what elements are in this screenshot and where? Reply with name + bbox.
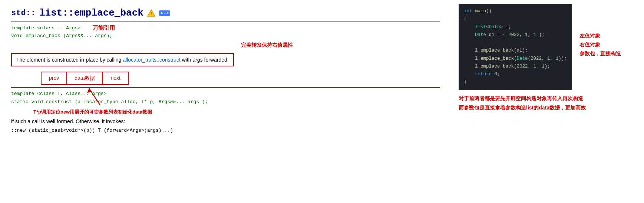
desc-text-after: with [181,57,193,63]
template1-code: template <class... Args> void emplace_ba… [11,24,440,40]
arrow-indicator [85,86,115,108]
title-separator [11,22,440,22]
title-main: list::emplace_back [39,7,143,19]
tp-highlight-label: T*p调用定位new用展开的可变参数列表初始化data数据 [33,108,440,115]
svg-marker-3 [87,88,92,93]
ce-line-3: list<Date> l; [464,23,567,31]
right-top: int main() { list<Date> l; Date d1 = { 2… [459,4,637,90]
svg-text:!: ! [151,11,152,16]
label-rvalue: 右值对象 [579,42,621,48]
desc-link[interactable]: allocator_traits::construct [123,57,181,63]
warning-icon: ! [147,9,155,17]
desc-italic: args [192,57,202,63]
ce-line-5: l.emplace_back(d1); [464,47,567,55]
invokes-line2: ::new (static_cast<void*>(p)) T (forward… [11,126,440,135]
ce-line-7: l.emplace_back(2022, 1, 1); [464,63,567,71]
wannengyinyong-label: 万能引用 [93,24,115,32]
desc-text-before: The element is constructed in-place by c… [16,57,123,63]
description-box: The element is constructed in-place by c… [11,53,234,66]
label-param-pack: 参数包，直接构造 [579,50,621,57]
left-panel: std:: list::emplace_back ! C++ template … [0,0,451,203]
right-desc-line2: 而参数包是直接拿着参数构造list的data数据，更加高效 [459,103,637,112]
title-std: std:: [11,9,36,18]
second-separator [11,87,440,88]
nav-data[interactable]: data数据 [67,72,103,84]
ce-line-2: { [464,15,567,23]
ce-line-1: int main() [464,7,567,15]
label-spacer [579,4,621,30]
ce-line-9: } [464,78,567,86]
invokes-line1: if such a call is well formed. Otherwise… [11,117,440,126]
nav-boxes-row: prev data数据 next [41,72,129,85]
code-editor: int main() { list<Date> l; Date d1 = { 2… [459,4,572,90]
nav-next[interactable]: next [103,72,128,84]
right-panel: int main() { list<Date> l; Date d1 = { 2… [451,0,644,203]
right-labels: 左值对象 右值对象 参数包，直接构造 [576,4,621,57]
ce-line-4: Date d1 = { 2022, 1, 1 }; [464,31,567,39]
invokes-section: if such a call is well formed. Otherwise… [11,117,440,135]
template1-section: template <class... Args> void emplace_ba… [11,24,440,40]
right-description: 对于前两者都是要先开辟空间构造对象再传入再次构造 而参数包是直接拿着参数构造li… [459,94,637,112]
ce-line-blank [464,39,567,47]
title-line: std:: list::emplace_back ! C++ [11,7,440,19]
template2-code: template <class T, class... Args> static… [11,90,440,106]
right-desc-line1: 对于前两者都是要先开辟空间构造对象再传入再次构造 [459,94,637,103]
nav-section: prev data数据 next [41,72,167,85]
desc-text-end: forwarded. [203,57,229,63]
label-lvalue: 左值对象 [579,33,621,39]
cpp-badge: C++ [159,10,170,16]
ce-line-8: return 0; [464,71,567,78]
perfect-forward-label: 完美转发保持右值属性 [11,42,293,49]
nav-prev[interactable]: prev [42,72,67,84]
ce-line-6: l.emplace_back(Date(2022, 1, 1)); [464,55,567,63]
